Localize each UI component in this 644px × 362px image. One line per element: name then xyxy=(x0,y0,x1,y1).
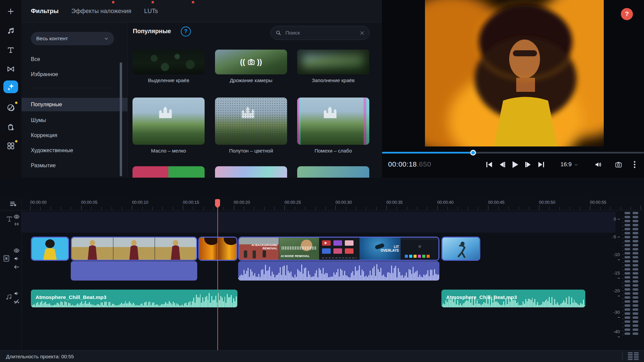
waveform-bar xyxy=(89,302,90,307)
store-button[interactable] xyxy=(0,119,21,134)
title-track-link-toggle[interactable] xyxy=(13,221,20,227)
video-track-return-toggle[interactable] xyxy=(13,264,20,270)
filter-card-camera-shake[interactable]: (( )) Дрожание камеры xyxy=(215,50,287,83)
waveform-bar xyxy=(320,270,321,281)
video-clip-5[interactable] xyxy=(441,237,480,261)
linked-audio-clip-4[interactable] xyxy=(238,261,439,281)
sidebar-scrollbar[interactable] xyxy=(120,62,122,176)
keyframe-marker[interactable] xyxy=(112,1,114,3)
waveform-bar xyxy=(344,271,345,281)
waveform-bar xyxy=(277,275,278,281)
play-button[interactable] xyxy=(510,160,520,169)
seek-bar[interactable] xyxy=(382,150,644,155)
search-input[interactable] xyxy=(285,29,356,36)
eye-icon xyxy=(13,214,20,220)
waveform-bar xyxy=(268,270,269,281)
video-clip-4[interactable]: AI BACKGROUND REMOVAL AI NOISE REMOVAL L… xyxy=(238,237,439,261)
filter-thumbnail-partial[interactable] xyxy=(132,166,205,178)
category-artistic[interactable]: Художественные xyxy=(21,144,127,157)
filter-card-oil-fine[interactable]: Масло – мелко xyxy=(132,98,205,154)
waveform-bar xyxy=(300,272,301,281)
tab-overlay-effects[interactable]: Эффекты наложения xyxy=(71,8,131,15)
waveform-bar xyxy=(214,300,215,307)
waveform-bar xyxy=(76,304,77,307)
keyframe-marker[interactable] xyxy=(152,1,154,3)
timecode-main: 00:00:18 xyxy=(388,160,417,168)
video-track-mute-toggle[interactable] xyxy=(13,255,20,262)
next-frame-button[interactable] xyxy=(523,160,533,169)
category-all[interactable]: Все xyxy=(21,53,127,66)
linked-audio-clip-2[interactable] xyxy=(71,261,197,281)
filter-thumbnail-partial[interactable] xyxy=(215,166,287,178)
filter-card-edge-detect[interactable]: Выделение краёв xyxy=(132,50,205,83)
waveform-bar xyxy=(208,300,209,307)
help-icon[interactable]: ? xyxy=(181,26,191,37)
waveform-bar xyxy=(499,304,500,307)
waveform-bar xyxy=(492,303,493,307)
category-favorites[interactable]: Избранное xyxy=(21,68,127,81)
waveform-bar xyxy=(84,303,85,307)
add-media-button[interactable] xyxy=(0,4,21,19)
timeline-ruler[interactable]: 00:00:0000:00:0500:00:1000:00:1500:00:20… xyxy=(0,198,644,210)
meter-segment xyxy=(625,284,630,287)
seek-handle[interactable] xyxy=(470,150,476,156)
waveform-bar xyxy=(372,268,373,281)
transitions-button[interactable] xyxy=(0,62,21,76)
skip-to-start-button[interactable] xyxy=(484,160,494,169)
category-correction[interactable]: Коррекция xyxy=(21,129,127,142)
waveform-bar xyxy=(333,273,334,281)
video-clip-2[interactable] xyxy=(71,237,197,261)
meter-segment xyxy=(633,296,638,299)
aspect-ratio-dropdown[interactable]: 16:9 xyxy=(560,161,578,168)
tab-luts[interactable]: LUTs xyxy=(144,8,158,15)
waveform-bar xyxy=(364,277,365,281)
meter-segment xyxy=(625,292,630,295)
filter-card-interference-weak[interactable]: Помехи – слабо xyxy=(297,98,369,154)
skip-to-end-button[interactable] xyxy=(536,160,546,169)
waveform-bar xyxy=(308,271,309,281)
category-popular[interactable]: Популярные xyxy=(21,98,127,111)
content-type-dropdown[interactable]: Весь контент xyxy=(31,32,114,45)
filter-card-edge-fill[interactable]: Заполнение краёв xyxy=(297,50,369,83)
music-clip-2[interactable]: Atmosphere_Chill_Beat.mp3 xyxy=(441,290,585,307)
waveform-bar xyxy=(209,293,210,307)
audio-track-mute-toggle[interactable] xyxy=(13,290,20,297)
waveform-bar xyxy=(62,302,63,307)
add-track-button[interactable] xyxy=(9,200,17,208)
tab-filters[interactable]: Фильтры xyxy=(31,8,59,15)
music-clip-1[interactable]: Atmosphere_Chill_Beat.mp3 xyxy=(31,290,237,307)
meter-options-icon[interactable] xyxy=(628,352,633,361)
meter-options-icon[interactable] xyxy=(634,352,639,361)
category-blur[interactable]: Размытие xyxy=(21,159,127,172)
title-track-visibility-toggle[interactable] xyxy=(13,214,20,220)
filter-thumbnail-partial[interactable] xyxy=(297,166,369,178)
waveform-bar xyxy=(569,296,570,307)
waveform-bar xyxy=(354,275,355,281)
previous-frame-button[interactable] xyxy=(497,160,507,169)
snapshot-button[interactable] xyxy=(613,160,624,169)
waveform-bar xyxy=(468,301,469,307)
playhead-line[interactable] xyxy=(217,199,218,350)
filter-card-halftone-color[interactable]: Полутон – цветной xyxy=(215,98,287,154)
more-tools-button[interactable] xyxy=(0,138,21,153)
waveform-bar xyxy=(345,275,346,281)
preview-menu-button[interactable] xyxy=(630,160,640,169)
volume-button[interactable] xyxy=(593,160,603,169)
waveform-bar xyxy=(500,305,501,307)
stickers-button[interactable] xyxy=(0,100,21,115)
clear-search-icon[interactable] xyxy=(360,31,365,36)
waveform-bar xyxy=(215,296,216,307)
keyframe-marker[interactable] xyxy=(192,1,194,3)
video-clip-1[interactable] xyxy=(31,237,69,261)
audio-track-waveform-toggle[interactable] xyxy=(13,298,20,305)
waveform-bar xyxy=(518,302,519,307)
audio-library-button[interactable] xyxy=(0,23,21,38)
waveform-bar xyxy=(41,301,42,307)
waveform-bar xyxy=(562,303,563,307)
category-noise[interactable]: Шумы xyxy=(21,114,127,127)
help-button[interactable]: ? xyxy=(621,8,633,20)
titles-button[interactable] xyxy=(0,43,21,57)
meter-segment xyxy=(633,316,638,319)
video-track-visibility-toggle[interactable] xyxy=(13,247,20,254)
filters-button-active[interactable] xyxy=(3,80,18,93)
